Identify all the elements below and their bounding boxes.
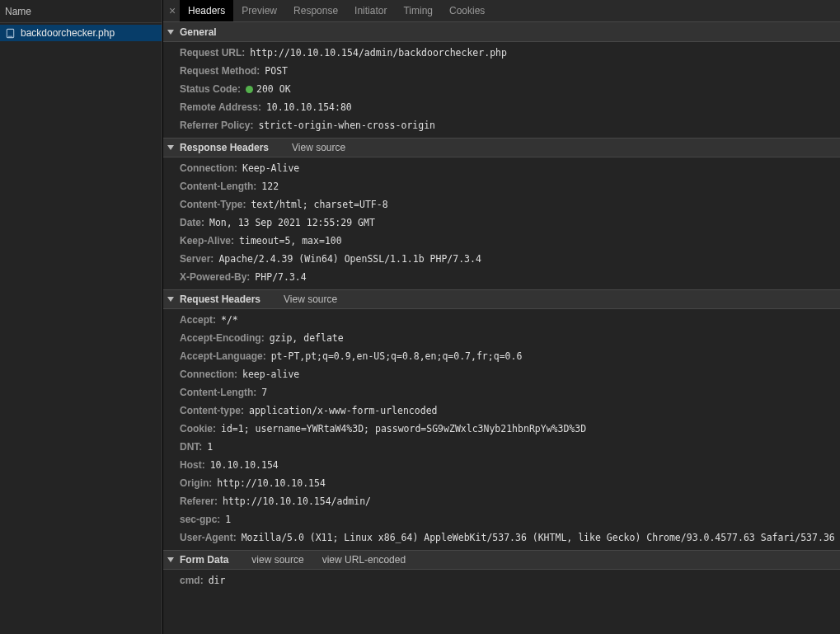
form-data-key: cmd: (180, 574, 204, 587)
header-key: Content-Length: (180, 386, 256, 399)
header-row: Referer:http://10.10.10.154/admin/ (163, 492, 840, 510)
section-header-request-headers[interactable]: Request Headers View source (163, 289, 840, 309)
header-value: */* (221, 313, 238, 326)
status-dot-icon (246, 86, 253, 93)
header-key: Accept: (180, 313, 216, 326)
close-icon: × (169, 4, 176, 17)
header-row: Origin:http://10.10.10.154 (163, 474, 840, 492)
request-list-item-label: backdoorchecker.php (21, 27, 115, 39)
header-row: Accept-Language:pt-PT,pt;q=0.9,en-US;q=0… (163, 347, 840, 365)
header-value: text/html; charset=UTF-8 (251, 198, 387, 211)
section-body-response-headers: Connection:Keep-Alive Content-Length:122… (163, 157, 840, 289)
header-value: http://10.10.10.154 (217, 477, 326, 490)
header-row: Referrer Policy:strict-origin-when-cross… (163, 116, 840, 134)
header-row: sec-gpc:1 (163, 510, 840, 528)
header-key: Accept-Encoding: (180, 331, 265, 345)
header-row: Content-Length:122 (163, 177, 840, 195)
view-source-link[interactable]: View source (284, 294, 337, 305)
header-key: Content-Type: (180, 198, 246, 211)
header-value: 200 OK (246, 82, 291, 96)
section-title: Request Headers (180, 294, 260, 305)
devtools-network-panel: Name backdoorchecker.php × Headers Previ… (0, 0, 840, 634)
header-value: timeout=5, max=100 (239, 234, 342, 247)
header-row: Date:Mon, 13 Sep 2021 12:55:29 GMT (163, 214, 840, 232)
header-value: Keep-Alive (242, 162, 299, 175)
tab-preview[interactable]: Preview (233, 0, 285, 21)
disclosure-triangle-icon (167, 28, 175, 36)
sidebar-header-label: Name (5, 6, 31, 17)
close-details-button[interactable]: × (165, 0, 180, 21)
tab-headers[interactable]: Headers (180, 0, 233, 21)
header-value: 1 (225, 513, 231, 526)
header-row: Remote Address:10.10.10.154:80 (163, 98, 840, 116)
header-key: Connection: (180, 368, 237, 381)
header-row: Accept-Encoding:gzip, deflate (163, 329, 840, 347)
disclosure-triangle-icon (167, 143, 175, 152)
view-source-link[interactable]: view source (251, 554, 303, 566)
tab-cookies[interactable]: Cookies (441, 0, 493, 21)
header-row: Request Method:POST (163, 62, 840, 80)
header-key: Status Code: (180, 82, 241, 96)
header-key: Content-Length: (180, 180, 256, 193)
header-key: sec-gpc: (180, 513, 220, 526)
view-source-link[interactable]: View source (292, 142, 345, 153)
request-list-item[interactable]: backdoorchecker.php (0, 25, 162, 41)
section-title: Form Data (180, 554, 228, 566)
header-key: Referer: (180, 495, 218, 508)
disclosure-triangle-icon (167, 556, 175, 564)
section-header-response-headers[interactable]: Response Headers View source (163, 138, 840, 157)
headers-pane[interactable]: General Request URL:http://10.10.10.154/… (163, 22, 840, 634)
disclosure-triangle-icon (167, 295, 175, 303)
header-value: id=1; username=YWRtaW4%3D; password=SG9w… (221, 422, 586, 435)
header-row: Keep-Alive:timeout=5, max=100 (163, 232, 840, 250)
header-row: Content-Length:7 (163, 383, 840, 402)
header-row: User-Agent:Mozilla/5.0 (X11; Linux x86_6… (163, 528, 840, 547)
header-key: Date: (180, 216, 204, 229)
header-row: DNT:1 (163, 438, 840, 456)
header-value: 10.10.10.154:80 (266, 101, 352, 114)
header-value: Mozilla/5.0 (X11; Linux x86_64) AppleWeb… (242, 531, 835, 544)
tab-initiator[interactable]: Initiator (346, 0, 395, 21)
header-key: Request Method: (180, 64, 260, 77)
header-row: Server:Apache/2.4.39 (Win64) OpenSSL/1.1… (163, 250, 840, 268)
header-key: Host: (180, 458, 205, 472)
header-row: Accept:*/* (163, 311, 840, 329)
header-key: Connection: (180, 162, 237, 175)
section-header-general[interactable]: General (163, 22, 840, 42)
tab-response[interactable]: Response (285, 0, 346, 21)
header-key: X-Powered-By: (180, 270, 250, 284)
section-title: Response Headers (180, 142, 269, 153)
form-data-value: dir (209, 574, 226, 587)
section-header-form-data[interactable]: Form Data view source view URL-encoded (163, 550, 840, 570)
header-value: PHP/7.3.4 (255, 270, 306, 284)
details-tabbar: × Headers Preview Response Initiator Tim… (163, 0, 840, 22)
header-value: pt-PT,pt;q=0.9,en-US;q=0.8,en;q=0.7,fr;q… (271, 350, 523, 363)
header-key: Server: (180, 252, 214, 265)
form-data-row: cmd:dir (163, 571, 840, 589)
header-key: DNT: (180, 440, 202, 453)
header-value: 1 (207, 440, 213, 453)
section-body-general: Request URL:http://10.10.10.154/admin/ba… (163, 42, 840, 138)
header-key: User-Agent: (180, 531, 237, 544)
header-row: Status Code:200 OK (163, 80, 840, 98)
header-key: Remote Address: (180, 101, 261, 114)
header-value: http://10.10.10.154/admin/backdoorchecke… (250, 46, 507, 59)
header-key: Content-type: (180, 404, 244, 417)
header-key: Referrer Policy: (180, 119, 253, 132)
header-row: Content-type:application/x-www-form-urle… (163, 402, 840, 420)
header-row: Request URL:http://10.10.10.154/admin/ba… (163, 44, 840, 62)
header-value: gzip, deflate (270, 331, 344, 345)
header-value: application/x-www-form-urlencoded (249, 404, 437, 417)
request-list-sidebar: Name backdoorchecker.php (0, 0, 162, 634)
view-url-encoded-link[interactable]: view URL-encoded (322, 554, 406, 566)
header-row: Connection:Keep-Alive (163, 159, 840, 177)
header-row: Connection:keep-alive (163, 365, 840, 383)
header-value: Apache/2.4.39 (Win64) OpenSSL/1.1.1b PHP… (218, 252, 481, 265)
header-row: Cookie:id=1; username=YWRtaW4%3D; passwo… (163, 420, 840, 438)
sidebar-header-name[interactable]: Name (0, 0, 162, 23)
file-icon (5, 28, 16, 39)
header-value: 7 (261, 386, 267, 399)
tab-timing[interactable]: Timing (395, 0, 441, 21)
header-value: POST (265, 64, 288, 77)
header-value: Mon, 13 Sep 2021 12:55:29 GMT (209, 216, 375, 229)
